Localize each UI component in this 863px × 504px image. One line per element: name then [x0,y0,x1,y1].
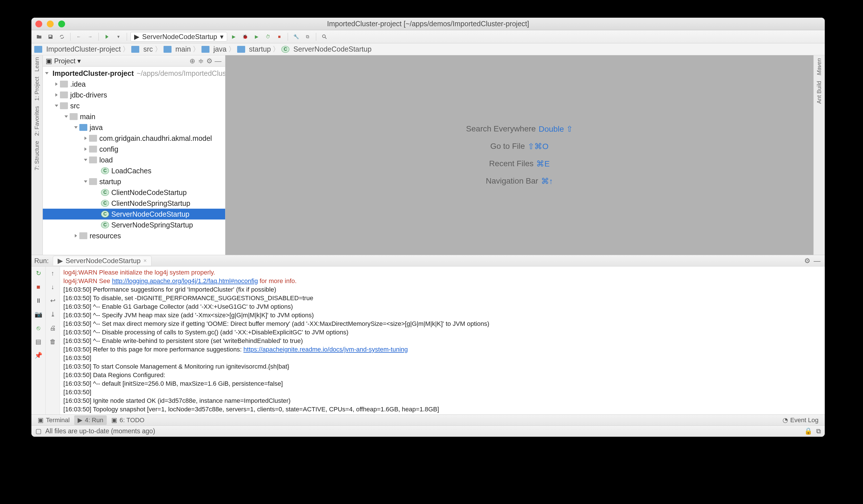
save-all-icon[interactable] [46,32,55,42]
tool-tab-learn[interactable]: Learn [34,57,40,72]
profile-icon[interactable]: ⏱ [263,32,273,42]
project-tree[interactable]: ImportedCluster-project~/apps/demos/Impo… [43,67,225,255]
tree-item[interactable]: config [43,144,225,155]
up-icon[interactable]: ↑ [48,269,58,278]
breadcrumb-item[interactable]: main [164,45,191,53]
tool-tab-maven[interactable]: Maven [816,58,823,75]
tree-item[interactable]: src [43,100,225,111]
rerun-icon[interactable]: ↻ [34,269,43,278]
tree-item[interactable]: startup [43,176,225,187]
tree-item[interactable]: CLoadCaches [43,165,225,176]
breadcrumb-item[interactable]: CServerNodeCodeStartup [282,45,372,53]
folder-icon [79,124,87,131]
down-icon[interactable]: ↓ [48,283,58,292]
pin-icon[interactable]: 📌 [34,351,43,360]
clear-icon[interactable]: 🗑 [48,337,58,346]
hide-panel-icon[interactable]: — [812,256,822,266]
folder-icon [89,178,97,185]
toolwin-6-todo[interactable]: ▣6: TODO [108,415,148,425]
event-log-icon: ◔ [783,416,788,424]
collapse-all-icon[interactable]: ≑ [197,57,205,65]
breadcrumb-item[interactable]: startup [237,45,271,53]
tree-item[interactable]: jdbc-drivers [43,90,225,100]
tree-item[interactable]: resources [43,230,225,241]
tool-tab-7-structure[interactable]: 7: Structure [34,141,40,170]
dump-threads-icon[interactable]: 📷 [34,310,43,319]
main-toolbar: ← → ▾ ▶ ServerNodeCodeStartup ▾ ▶ 🐞 ▶ ⏱ … [32,30,825,43]
build-icon[interactable] [102,32,112,42]
folder-icon [201,46,210,53]
console-line: log4j:WARN Please initialize the log4j s… [63,268,821,277]
forward-icon[interactable]: → [85,32,95,42]
tree-item[interactable]: CClientNodeSpringStartup [43,198,225,209]
folder-icon [89,156,97,163]
stop-icon[interactable]: ■ [275,32,284,42]
tree-item[interactable]: CServerNodeSpringStartup [43,220,225,230]
run-tab[interactable]: ▶ ServerNodeCodeStartup × [53,256,152,266]
inspector-icon[interactable]: ⧉ [816,427,821,435]
locate-icon[interactable]: ⊕ [188,57,197,65]
console-line: [16:03:50] ^-- Set max direct memory siz… [63,320,821,328]
stop-icon[interactable]: ■ [34,283,43,292]
gear-icon[interactable]: ⚙ [205,57,214,65]
tool-tab-ant-build[interactable]: Ant Build [816,81,823,104]
console-line: [16:03:50] ^-- default [initSize=256.0 M… [63,379,821,388]
soft-wrap-icon[interactable]: ↩ [48,296,58,305]
tree-item[interactable]: com.gridgain.chaudhri.akmal.model [43,133,225,144]
svg-point-0 [323,35,325,38]
tree-item[interactable]: java [43,122,225,133]
tree-root[interactable]: ImportedCluster-project~/apps/demos/Impo… [43,68,225,79]
console-line: [16:03:50] ^-- Disable processing of cal… [63,328,821,337]
breadcrumb-item[interactable]: java [201,45,227,53]
project-structure-icon[interactable]: ⧉ [303,32,312,42]
debug-icon[interactable]: 🐞 [240,32,250,42]
svg-line-1 [325,37,326,39]
console-link[interactable]: https://apacheignite.readme.io/docs/jvm-… [243,346,408,353]
folder-icon [34,46,42,53]
hide-panel-icon[interactable]: — [214,57,222,65]
breadcrumb-item[interactable]: ImportedCluster-project [34,45,121,53]
tree-item[interactable]: main [43,111,225,122]
run-icon[interactable]: ▶ [229,32,239,42]
tool-tab-1-project[interactable]: 1: Project [34,77,40,101]
pause-icon[interactable]: ⏸ [34,296,43,305]
print-icon[interactable]: 🖨 [48,324,58,333]
run-rail-2: ↑ ↓ ↩ ⤓ 🖨 🗑 [46,267,60,414]
console-line: [16:03:50] ^-- Specify JVM heap max size… [63,311,821,320]
toolwin-4-run[interactable]: ▶4: Run [74,415,107,425]
tool-tab-2-favorites[interactable]: 2: Favorites [34,106,40,136]
class-icon: C [282,46,289,53]
folder-icon [60,81,68,88]
console-line: log4j:WARN See http://logging.apache.org… [63,277,821,285]
layout-icon[interactable]: ▤ [34,337,43,346]
project-panel: ▣ Project ▾ ⊕ ≑ ⚙ — ImportedCluster-proj… [43,55,225,255]
tree-item[interactable]: CServerNodeCodeStartup [43,209,225,220]
back-icon[interactable]: ← [74,32,84,42]
tree-item[interactable]: load [43,155,225,165]
search-icon[interactable] [320,32,329,42]
breadcrumb-item[interactable]: src [131,45,153,53]
navigation-bar[interactable]: ImportedCluster-project〉src〉main〉java〉st… [32,43,825,55]
event-log-button[interactable]: ◔Event Log [779,415,822,425]
console-line: [16:03:50] Refer to this page for more p… [63,345,821,354]
console-output[interactable]: log4j:WARN Please initialize the log4j s… [60,267,825,414]
console-line: [16:03:50] [63,388,821,397]
status-bar: ▢ All files are up-to-date (moments ago)… [32,425,825,437]
exit-icon[interactable]: ⎋ [34,324,43,333]
run-config-selector[interactable]: ▶ ServerNodeCodeStartup ▾ [130,32,227,42]
lock-icon[interactable]: 🔒 [804,427,812,435]
gear-icon[interactable]: ⚙ [802,256,812,266]
close-tab-icon[interactable]: × [143,257,147,264]
chevron-down-icon[interactable]: ▾ [75,57,81,65]
sync-icon[interactable] [57,32,67,42]
wrench-icon[interactable]: 🔧 [291,32,301,42]
console-link[interactable]: http://logging.apache.org/log4j/1.2/faq.… [112,277,258,284]
coverage-icon[interactable]: ▶ [252,32,261,42]
tree-item[interactable]: CClientNodeCodeStartup [43,187,225,198]
open-file-icon[interactable] [34,32,44,42]
scroll-end-icon[interactable]: ⤓ [48,310,58,319]
toolwin-terminal[interactable]: ▣Terminal [34,415,73,425]
tree-item[interactable]: .idea [43,79,225,90]
run-dropdown-icon[interactable]: ▾ [114,32,123,42]
console-line: [16:03:50] To disable, set -DIGNITE_PERF… [63,294,821,302]
